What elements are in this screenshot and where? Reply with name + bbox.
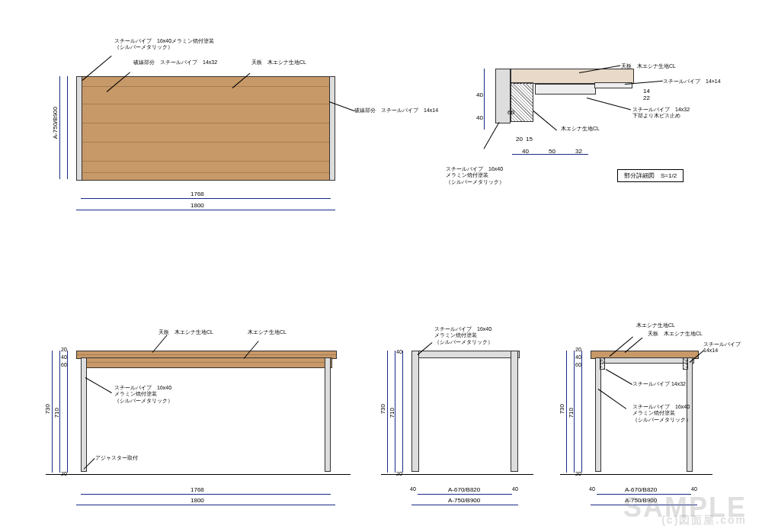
dim-detail-40b: 40 — [476, 114, 483, 121]
callout-top-4: 破線部分 スチールパイプ 14x14 — [354, 107, 438, 114]
callout-section-4: スチールパイプ 14x32 — [632, 381, 686, 387]
dim-detail-15: 15 — [526, 136, 533, 143]
callout-front-3: スチールパイプ 16x40 メラミン焼付塗装 （シルバーメタリック） — [114, 385, 173, 404]
dim-side-730: 730 — [379, 404, 386, 414]
dim-section-40: 40 — [575, 354, 581, 360]
callout-top-2: 破線部分 スチールパイプ 14x32 — [133, 59, 217, 66]
dim-detail-60: 60 — [507, 109, 514, 116]
dim-front-20v: 20 — [61, 347, 67, 352]
callout-top-1: スチールパイプ 16x40メラミン焼付塗装 （シルバーメタリック） — [114, 38, 214, 51]
dim-detail-22: 22 — [643, 95, 650, 101]
callout-top-3: 天板 木エシナ生地CL — [251, 59, 306, 66]
dim-front-40: 40 — [61, 354, 67, 360]
dim-front-60: 60 — [61, 362, 67, 367]
dim-section-730: 730 — [559, 404, 565, 414]
dim-top-inner: 1768 — [190, 191, 204, 197]
dim-top-outer: 1800 — [190, 202, 204, 209]
dim-section-20v: 20 — [575, 347, 581, 352]
callout-detail-3: スチールパイプ 14x32 下部より木ビス止め — [632, 107, 690, 120]
dim-side-40r: 40 — [512, 486, 518, 492]
front-view — [76, 351, 335, 473]
callout-detail-4: 木エシナ生地CL — [561, 126, 600, 132]
top-view — [76, 76, 335, 179]
callout-section-3: スチールパイプ 14x14 — [703, 341, 741, 354]
callout-side-1: スチールパイプ 16x40 メラミン焼付塗装 （シルバーメタリック） — [434, 326, 493, 345]
callout-section-1: 木エシナ生地CL — [636, 322, 675, 328]
dim-detail-14: 14 — [643, 88, 650, 95]
dim-detail-20: 20 — [516, 136, 523, 143]
watermark: SAMPLE (c)図面屋.com — [623, 498, 747, 524]
dim-side-inner: A‐670/B820 — [448, 486, 480, 493]
dim-front-730: 730 — [44, 404, 51, 414]
dim-top-height: A‐750/B900 — [52, 107, 59, 139]
dim-side-g20: 20 — [396, 471, 402, 476]
callout-section-5: スチールパイプ 16x40 メラミン焼付塗装 （シルバーメタリック） — [632, 404, 691, 423]
callout-front-4: アジャスター取付 — [95, 455, 138, 461]
dim-front-g20: 20 — [61, 471, 67, 476]
callout-detail-5: スチールパイプ 16x40 メラミン焼付塗装 （シルバーメタリック） — [446, 166, 504, 185]
dim-front-710: 710 — [53, 408, 60, 418]
dim-front-inner: 1768 — [190, 486, 204, 493]
dim-side-40l: 40 — [410, 486, 416, 492]
callout-section-2: 天板 木エシナ生地CL — [648, 331, 703, 337]
dim-section-710: 710 — [568, 408, 575, 418]
callout-detail-1: 天板 木エシナ生地CL — [621, 63, 676, 69]
dim-section-40r: 40 — [691, 486, 697, 492]
callout-detail-2: スチールパイプ 14×14 — [663, 79, 721, 85]
dim-side-40a: 40 — [396, 349, 402, 354]
detail-title-box: 部分詳細図 S=1/2 — [617, 169, 684, 182]
dim-section-60: 60 — [575, 362, 581, 367]
side-view — [411, 351, 518, 473]
dim-section-40l: 40 — [589, 486, 595, 492]
callout-front-2: 木エシナ生地CL — [248, 329, 287, 335]
dim-side-outer: A‐750/B900 — [448, 497, 480, 504]
dim-section-g20: 20 — [575, 471, 581, 476]
dim-side-710: 710 — [389, 408, 395, 418]
dim-detail-40a: 40 — [476, 91, 483, 98]
dim-front-outer: 1800 — [190, 497, 204, 504]
